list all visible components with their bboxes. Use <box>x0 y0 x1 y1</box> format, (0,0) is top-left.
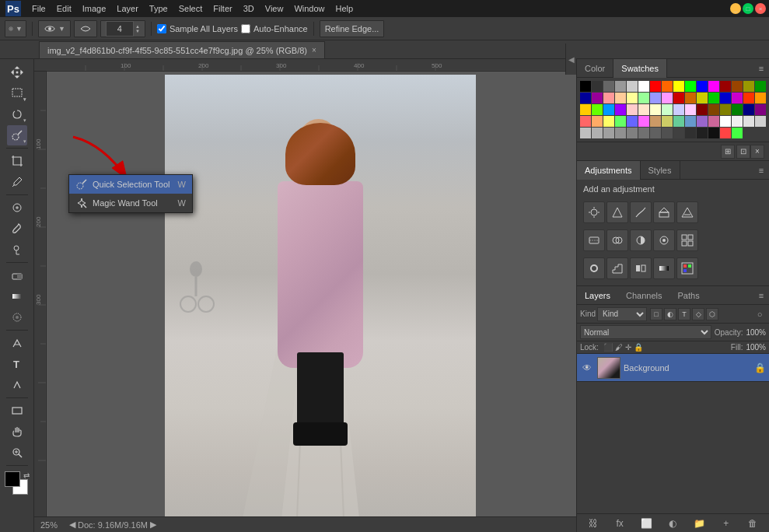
swatch-3[interactable] <box>615 81 626 92</box>
size-value[interactable]: 4 <box>106 21 134 37</box>
status-prev-arrow[interactable]: ◀ <box>67 520 78 530</box>
menu-item-edit[interactable]: Edit <box>51 2 77 15</box>
swatch-51[interactable] <box>615 116 626 127</box>
auto-enhance-checkbox[interactable]: Auto-Enhance <box>241 24 308 33</box>
swatch-20[interactable] <box>627 93 638 103</box>
swatch-61[interactable] <box>732 116 743 127</box>
filter-shape-icon[interactable]: ◇ <box>692 308 704 320</box>
layer-new-icon[interactable]: + <box>719 516 733 530</box>
swatch-66[interactable] <box>603 128 614 138</box>
auto-enhance-input[interactable] <box>241 24 250 33</box>
layer-fx-icon[interactable]: fx <box>613 516 627 530</box>
filter-adjustment-icon[interactable]: ◐ <box>664 308 676 320</box>
tool-preset-picker[interactable]: ▼ <box>5 20 26 37</box>
swatch-64[interactable] <box>580 128 591 138</box>
filter-smart-icon[interactable]: ⬡ <box>706 308 718 320</box>
swatch-50[interactable] <box>603 116 614 127</box>
swatch-21[interactable] <box>638 93 649 103</box>
tool-hand[interactable] <box>7 422 27 442</box>
layer-link-icon[interactable]: ⛓ <box>586 516 600 530</box>
swatch-42[interactable] <box>697 104 708 115</box>
adj-invert-icon[interactable] <box>583 257 605 279</box>
swatch-44[interactable] <box>720 104 731 115</box>
swatch-65[interactable] <box>592 128 603 138</box>
layers-menu-button[interactable]: ≡ <box>753 286 769 305</box>
swatch-1[interactable] <box>592 81 603 92</box>
menu-item-type[interactable]: Type <box>144 2 173 15</box>
menu-item-view[interactable]: View <box>260 2 289 15</box>
swatch-70[interactable] <box>650 128 661 138</box>
swatch-12[interactable] <box>720 81 731 92</box>
filter-pixel-icon[interactable]: □ <box>650 308 662 320</box>
swatch-56[interactable] <box>673 116 684 127</box>
swatch-11[interactable] <box>708 81 719 92</box>
close-button[interactable]: × <box>755 3 766 14</box>
magic-wand-tool-item[interactable]: Magic Wand Tool W <box>69 194 192 212</box>
swatch-45[interactable] <box>732 104 743 115</box>
tool-move[interactable] <box>7 62 27 82</box>
color-tab[interactable]: Color <box>577 59 613 78</box>
menu-item-filter[interactable]: Filter <box>208 2 237 15</box>
swatch-26[interactable] <box>697 93 708 103</box>
swatch-60[interactable] <box>720 116 731 127</box>
adj-panel-control-1[interactable]: ⊞ <box>721 145 735 159</box>
adj-selectivecolor-icon[interactable] <box>676 257 698 279</box>
swatch-68[interactable] <box>627 128 638 138</box>
adj-exposure-icon[interactable] <box>653 201 675 223</box>
adj-brightness-icon[interactable] <box>583 201 605 223</box>
adj-levels-icon[interactable] <box>606 201 628 223</box>
tab-close-button[interactable]: × <box>312 46 316 54</box>
swatch-35[interactable] <box>615 104 626 115</box>
swatch-54[interactable] <box>650 116 661 127</box>
swatch-62[interactable] <box>743 116 754 127</box>
tool-gradient[interactable] <box>7 286 27 306</box>
swatch-2[interactable] <box>603 81 614 92</box>
tool-path-selection[interactable] <box>7 375 27 395</box>
layer-folder-icon[interactable]: 📁 <box>693 516 707 530</box>
quick-selection-tool-item[interactable]: Quick Selection Tool W <box>69 175 192 194</box>
swatch-15[interactable] <box>755 81 766 92</box>
brush-type-options[interactable] <box>74 20 97 37</box>
menu-item-3d[interactable]: 3D <box>238 2 260 15</box>
adj-blackwhite-icon[interactable] <box>630 229 652 251</box>
swatch-10[interactable] <box>697 81 708 92</box>
swatch-37[interactable] <box>638 104 649 115</box>
tool-healing[interactable] <box>7 198 27 218</box>
swatch-67[interactable] <box>615 128 626 138</box>
lock-all-icon[interactable]: 🔒 <box>634 343 643 352</box>
kind-filter-select[interactable]: Kind Name Effect Mode Attribute Color <box>597 307 647 321</box>
panel-menu-button[interactable]: ≡ <box>753 59 769 78</box>
menu-item-window[interactable]: Window <box>288 2 330 15</box>
menu-item-image[interactable]: Image <box>77 2 112 15</box>
foreground-color[interactable] <box>5 471 20 487</box>
tool-brush[interactable] <box>7 219 27 239</box>
swatch-59[interactable] <box>708 116 719 127</box>
opacity-value[interactable]: 100% <box>746 328 766 337</box>
tool-lasso[interactable]: ▾ <box>7 104 27 124</box>
adj-threshold-icon[interactable] <box>630 257 652 279</box>
fill-value[interactable]: 100% <box>746 343 766 352</box>
swatch-76[interactable] <box>720 128 731 138</box>
lock-image-pixels-icon[interactable]: 🖌 <box>615 343 623 352</box>
menu-item-help[interactable]: Help <box>330 2 359 15</box>
tool-selection-marquee[interactable]: ▾ ▾ <box>7 83 27 103</box>
channels-tab[interactable]: Channels <box>618 286 669 305</box>
swatch-33[interactable] <box>592 104 603 115</box>
brush-size-display[interactable]: ▼ <box>38 20 71 37</box>
adj-colorbalance-icon[interactable] <box>606 229 628 251</box>
swatch-27[interactable] <box>708 93 719 103</box>
sample-all-layers-checkbox[interactable]: Sample All Layers <box>157 24 238 33</box>
swatch-25[interactable] <box>685 93 696 103</box>
layers-tab[interactable]: Layers <box>577 286 618 305</box>
swatch-36[interactable] <box>627 104 638 115</box>
canvas-document[interactable] <box>165 75 476 518</box>
menu-item-select[interactable]: Select <box>173 2 208 15</box>
swatch-63[interactable] <box>755 116 766 127</box>
adj-gradientmap-icon[interactable] <box>653 257 675 279</box>
styles-tab[interactable]: Styles <box>641 161 680 180</box>
swatch-29[interactable] <box>732 93 743 103</box>
swatch-74[interactable] <box>697 128 708 138</box>
tool-eraser[interactable] <box>7 265 27 285</box>
brush-size-input[interactable]: 4 ▲▼ <box>100 20 145 37</box>
swatch-9[interactable] <box>685 81 696 92</box>
